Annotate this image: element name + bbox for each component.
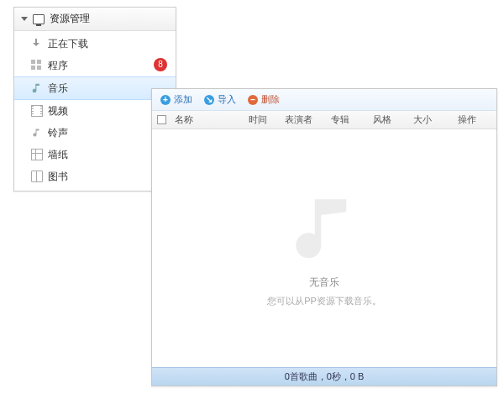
- collapse-arrow-icon: [21, 17, 28, 21]
- col-artist[interactable]: 表演者: [277, 113, 319, 126]
- delete-button[interactable]: – 删除: [248, 93, 280, 106]
- download-icon: [31, 38, 43, 50]
- empty-title: 无音乐: [309, 276, 339, 290]
- col-name[interactable]: 名称: [171, 113, 239, 126]
- empty-subtitle: 您可以从PP资源下载音乐。: [267, 295, 381, 307]
- wallpaper-icon: [31, 149, 43, 160]
- plus-icon: +: [160, 95, 171, 105]
- add-button[interactable]: + 添加: [160, 93, 192, 106]
- sidebar-item-label: 音乐: [48, 81, 68, 96]
- music-placeholder-icon: [286, 190, 362, 265]
- import-button[interactable]: ↘ 导入: [204, 93, 236, 106]
- sidebar-title: 资源管理: [50, 12, 90, 26]
- sidebar-item-label: 墙纸: [48, 147, 68, 162]
- col-size[interactable]: 大小: [403, 113, 442, 126]
- grid-icon: [31, 60, 43, 71]
- delete-label: 删除: [261, 93, 280, 106]
- status-text: 0首歌曲，0秒，0 B: [285, 371, 365, 381]
- import-label: 导入: [218, 93, 236, 106]
- sidebar-item-label: 正在下载: [48, 36, 88, 51]
- add-label: 添加: [174, 93, 192, 106]
- minus-icon: –: [248, 95, 258, 105]
- sidebar-item-downloading[interactable]: 正在下载: [14, 33, 176, 55]
- sidebar-item-label: 铃声: [48, 125, 68, 140]
- col-album[interactable]: 专辑: [319, 113, 361, 126]
- music-icon: [31, 82, 43, 94]
- monitor-icon: [33, 14, 45, 24]
- toolbar: + 添加 ↘ 导入 – 删除: [152, 89, 496, 111]
- empty-state: 无音乐 您可以从PP资源下载音乐。: [152, 129, 496, 367]
- col-time[interactable]: 时间: [239, 113, 277, 126]
- table-header: 名称 时间 表演者 专辑 风格 大小 操作: [152, 111, 496, 129]
- book-icon: [31, 171, 43, 182]
- video-icon: [31, 105, 43, 117]
- col-op[interactable]: 操作: [442, 113, 491, 126]
- select-all-checkbox[interactable]: [157, 115, 166, 124]
- main-panel: + 添加 ↘ 导入 – 删除 名称 时间 表演者 专辑 风格 大小 操作 无音乐…: [151, 88, 497, 386]
- ringtone-icon: [31, 127, 43, 139]
- sidebar-item-label: 视频: [48, 103, 68, 118]
- import-icon: ↘: [204, 95, 214, 105]
- status-bar: 0首歌曲，0秒，0 B: [152, 367, 496, 386]
- sidebar-header[interactable]: 资源管理: [14, 8, 176, 31]
- sidebar-item-apps[interactable]: 程序 8: [14, 55, 176, 76]
- col-genre[interactable]: 风格: [361, 113, 403, 126]
- sidebar-item-label: 图书: [48, 169, 68, 184]
- badge-count: 8: [154, 58, 167, 71]
- sidebar-item-label: 程序: [48, 58, 68, 73]
